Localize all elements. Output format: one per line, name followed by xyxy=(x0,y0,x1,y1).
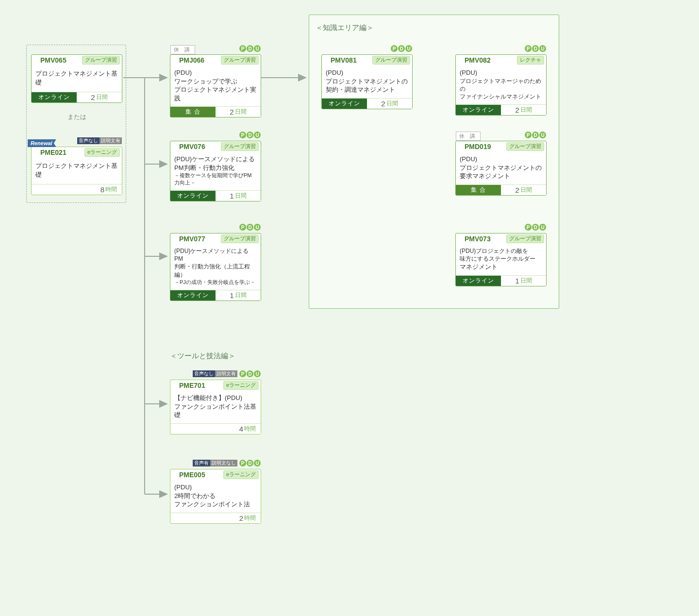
badge-row: 音声有説明文なし PDU xyxy=(193,460,261,466)
delivery-mode: オンライン xyxy=(32,92,77,102)
course-title: (PDU) 2時間でわかる ファンクションポイント法 xyxy=(170,480,261,513)
badge-row: 音声なし説明文有 PDU xyxy=(193,370,261,377)
course-title: (PDU) プロジェクトマネジメントの 要求マネジメント xyxy=(456,152,546,184)
pdu-badge-icon: PDU xyxy=(525,224,546,231)
course-title: プロジェクトマネジメント基礎 xyxy=(32,158,122,184)
badge-row: PDU xyxy=(239,45,261,52)
pdu-badge-icon: PDU xyxy=(239,370,261,377)
audio-badge: 音声なし説明文有 xyxy=(193,370,237,377)
badge-row: PDU xyxy=(391,45,412,52)
card-pme701[interactable]: 音声なし説明文有 PDU PME701 eラーニング 【ナビ機能付き】(PDU)… xyxy=(170,380,261,434)
section-tools-heading: ＜ツールと技法編＞ xyxy=(170,351,235,361)
course-title: (PDU) ワークショップで学ぶ プロジェクトマネジメント実践 xyxy=(170,66,261,106)
course-type-tag: グループ演習 xyxy=(506,234,544,243)
section-knowledge-heading: ＜知識エリア編＞ xyxy=(316,23,374,33)
card-pmv082[interactable]: PDU PMV082 レクチャ (PDU) プロジェクトマネージャのための ファ… xyxy=(455,54,547,116)
course-type-tag: グループ演習 xyxy=(506,142,544,150)
delivery-mode: 集 合 xyxy=(170,107,216,117)
badge-row: PDU xyxy=(239,224,261,231)
pdu-badge-icon: PDU xyxy=(239,45,261,52)
course-type-tag: グループ演習 xyxy=(82,56,120,64)
pdu-badge-icon: PDU xyxy=(525,132,546,138)
suspended-badge: 休 講 xyxy=(170,45,195,54)
card-pmv081[interactable]: PDU PMV081 グループ演習 (PDU) プロジェクトマネジメントの 契約… xyxy=(321,54,413,109)
pdu-badge-icon: PDU xyxy=(391,45,412,52)
badge-row: PDU xyxy=(525,45,546,52)
course-title: 【ナビ機能付き】(PDU) ファンクションポイント法基礎 xyxy=(170,391,261,423)
course-title: (PDU)プロジェクトの敵を 味方にするステークホルダー マネジメント xyxy=(456,244,546,275)
delivery-mode: オンライン xyxy=(456,105,501,115)
course-title: (PDU) プロジェクトマネージャのための ファイナンシャルマネジメント xyxy=(456,66,546,104)
audio-badge: 音声なし説明文有 xyxy=(77,137,122,144)
course-code: PMV082 xyxy=(458,56,491,64)
delivery-mode: オンライン xyxy=(170,290,216,300)
course-code: PMV081 xyxy=(324,56,357,64)
or-label: または xyxy=(62,113,91,121)
course-duration: 2日間 xyxy=(501,185,546,195)
course-title: プロジェクトマネジメント基礎 xyxy=(32,66,122,92)
card-pme005[interactable]: 音声有説明文なし PDU PME005 eラーニング (PDU) 2時間でわかる… xyxy=(170,469,261,524)
course-type-tag: グループ演習 xyxy=(221,234,259,243)
course-duration: 1日間 xyxy=(216,290,261,300)
card-pmj066[interactable]: 休 講 PDU PMJ066 グループ演習 (PDU) ワークショップで学ぶ プ… xyxy=(170,54,261,117)
suspended-badge: 休 講 xyxy=(456,132,481,141)
delivery-mode: オンライン xyxy=(170,191,216,201)
course-code: PMD019 xyxy=(458,143,491,150)
course-code: PMJ066 xyxy=(172,56,204,64)
diagram-canvas: PMV065 グループ演習 プロジェクトマネジメント基礎 オンライン 2日間 ま… xyxy=(0,0,699,616)
course-type-tag: eラーニング xyxy=(223,470,259,479)
card-pme021[interactable]: Renewal 音声なし説明文有 PME021 eラーニング プロジェクトマネジ… xyxy=(31,147,122,195)
course-duration: 1日間 xyxy=(216,191,261,201)
course-type-tag: eラーニング xyxy=(223,381,259,389)
card-pmv076[interactable]: PDU PMV076 グループ演習 (PDU)ケースメソッドによる PM判断・行… xyxy=(170,141,261,201)
course-title: (PDU) プロジェクトマネジメントの 契約・調達マネジメント xyxy=(322,66,412,98)
course-type-tag: グループ演習 xyxy=(221,56,259,64)
badge-row: 音声なし説明文有 xyxy=(77,137,122,144)
course-duration: 8時間 xyxy=(67,184,122,195)
course-duration: 2日間 xyxy=(367,99,412,109)
badge-row: PDU xyxy=(525,132,546,138)
badge-row: PDU xyxy=(525,224,546,231)
course-type-tag: eラーニング xyxy=(84,148,120,156)
card-pmd019[interactable]: 休 講 PDU PMD019 グループ演習 (PDU) プロジェクトマネジメント… xyxy=(455,141,547,196)
badge-row: PDU xyxy=(239,132,261,138)
course-duration: 2時間 xyxy=(206,513,261,523)
course-title: (PDU)ケースメソッドによる PM判断・行動力強化 －複数ケースを短期間で学び… xyxy=(170,152,261,190)
pdu-badge-icon: PDU xyxy=(239,224,261,231)
pdu-badge-icon: PDU xyxy=(239,132,261,138)
course-duration: 2日間 xyxy=(216,107,261,117)
course-type-tag: レクチャ xyxy=(517,56,544,64)
course-code: PMV076 xyxy=(172,143,205,150)
card-pmv077[interactable]: PDU PMV077 グループ演習 (PDU)ケースメソッドによるPM 判断・行… xyxy=(170,233,261,301)
course-code: PMV073 xyxy=(458,235,491,243)
course-code: PMV077 xyxy=(172,235,205,243)
card-pmv073[interactable]: PDU PMV073 グループ演習 (PDU)プロジェクトの敵を 味方にするステ… xyxy=(455,233,547,286)
course-title: (PDU)ケースメソッドによるPM 判断・行動力強化（上流工程編） －PJの成功… xyxy=(170,244,261,290)
course-duration: 2日間 xyxy=(77,92,122,102)
course-code: PME021 xyxy=(33,149,67,156)
delivery-mode: 集 合 xyxy=(456,185,501,195)
course-duration: 1日間 xyxy=(501,276,546,286)
renewal-ribbon-icon: Renewal xyxy=(28,139,56,147)
course-code: PME005 xyxy=(172,471,205,479)
delivery-mode: オンライン xyxy=(456,276,501,286)
course-duration: 4時間 xyxy=(206,424,261,434)
audio-badge: 音声有説明文なし xyxy=(193,460,237,466)
course-duration: 2日間 xyxy=(501,105,546,115)
course-code: PME701 xyxy=(172,382,205,389)
pdu-badge-icon: PDU xyxy=(525,45,546,52)
pdu-badge-icon: PDU xyxy=(239,460,261,466)
delivery-mode: オンライン xyxy=(322,99,367,109)
course-type-tag: グループ演習 xyxy=(372,56,410,64)
course-code: PMV065 xyxy=(33,56,67,64)
card-pmv065[interactable]: PMV065 グループ演習 プロジェクトマネジメント基礎 オンライン 2日間 xyxy=(31,54,122,103)
course-type-tag: グループ演習 xyxy=(221,142,259,150)
